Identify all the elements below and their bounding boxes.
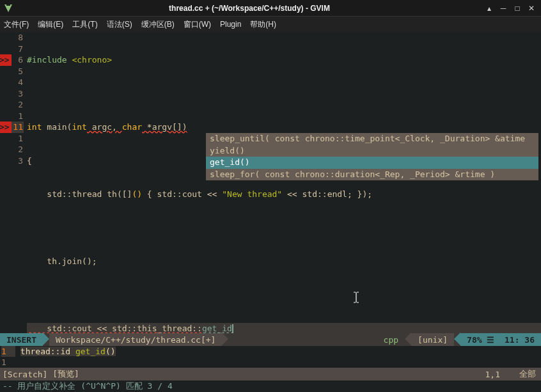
svg-rect-1: [6, 4, 10, 6]
menu-tools[interactable]: 工具(T): [72, 19, 97, 30]
linenum: 8: [0, 32, 23, 43]
text-cursor: [232, 324, 233, 333]
code-area[interactable]: #include <chrono> int main(int argc, cha…: [27, 32, 541, 333]
linenum: 3: [0, 88, 23, 100]
editor[interactable]: 8 7 >>6 5 4 3 2 1 >>11 1 2 3 #include <c…: [0, 32, 541, 333]
linenum: 5: [0, 66, 23, 77]
completion-item[interactable]: sleep_until( const chrono::time_point<_C…: [206, 133, 538, 145]
mode-indicator: INSERT: [0, 333, 43, 346]
code-line: [27, 290, 541, 301]
window-maximize-icon[interactable]: □: [510, 4, 524, 13]
linenum: 2: [0, 144, 23, 155]
linenum: 1: [1, 357, 15, 368]
gutter: 8 7 >>6 5 4 3 2 1 >>11 1 2 3: [0, 32, 27, 333]
completion-item[interactable]: yield(): [206, 145, 538, 157]
linenum-current: 1: [1, 346, 15, 357]
sign-column-marker: >>: [0, 122, 12, 133]
code-line: std::thread th([]() { std::cout << "New …: [27, 189, 541, 200]
separator-icon: [405, 333, 411, 347]
status-position: 78% ☰ 11: 36: [460, 333, 541, 346]
window-up-icon[interactable]: ▴: [482, 4, 496, 13]
linenum: 1: [0, 111, 23, 122]
menu-file[interactable]: 文件(F): [4, 19, 29, 30]
menu-edit[interactable]: 编辑(E): [38, 19, 63, 30]
code-line: th.join();: [27, 256, 541, 267]
statusline: INSERT Workspace/C++/study/thread.cc[+] …: [0, 333, 541, 346]
code-line: #include <chrono>: [27, 54, 541, 66]
status-filepath: Workspace/C++/study/thread.cc[+]: [49, 333, 222, 346]
linenum: 1: [0, 133, 23, 145]
linenum: 4: [0, 77, 23, 88]
vim-icon: [3, 3, 14, 14]
text-cursor-icon: [353, 292, 359, 303]
linenum-current: >>11: [0, 122, 23, 133]
completion-popup[interactable]: sleep_until( const chrono::time_point<_C…: [206, 133, 538, 180]
separator-icon: [222, 333, 228, 347]
menu-buffers[interactable]: 缓冲区(B): [141, 19, 175, 30]
linenum: 2: [0, 99, 23, 111]
window-title: thread.cc + (~/Workspace/C++/study) - GV…: [17, 4, 482, 13]
status-fileformat: [unix]: [411, 333, 454, 346]
menu-window[interactable]: 窗口(W): [184, 19, 211, 30]
code-line: [27, 88, 541, 100]
menu-syntax[interactable]: 语法(S): [107, 19, 132, 30]
separator-icon: [454, 333, 460, 347]
completion-item[interactable]: sleep_for( const chrono::duration<_Rep, …: [206, 169, 538, 181]
status-filetype: cpp: [377, 333, 405, 346]
completion-item-selected[interactable]: get_id(): [206, 157, 538, 169]
menu-help[interactable]: 帮助(H): [250, 19, 276, 30]
linenum: 3: [0, 155, 23, 167]
window-minimize-icon[interactable]: ─: [496, 4, 510, 13]
titlebar: thread.cc + (~/Workspace/C++/study) - GV…: [0, 0, 541, 17]
code-line: [27, 357, 541, 368]
code-line-current: std::cout << std::this_thread::get_id: [27, 323, 541, 334]
separator-icon: [43, 333, 49, 347]
code-line: int main(int argc, char *argv[]): [27, 122, 541, 133]
linenum: >>6: [0, 54, 23, 66]
menubar: 文件(F) 编辑(E) 工具(T) 语法(S) 缓冲区(B) 窗口(W) Plu…: [0, 17, 541, 32]
window-close-icon[interactable]: ✕: [524, 4, 538, 13]
linenum: 7: [0, 43, 23, 55]
menu-plugin[interactable]: Plugin: [220, 20, 241, 29]
sign-column-marker: >>: [0, 54, 12, 66]
code-line: [27, 223, 541, 234]
